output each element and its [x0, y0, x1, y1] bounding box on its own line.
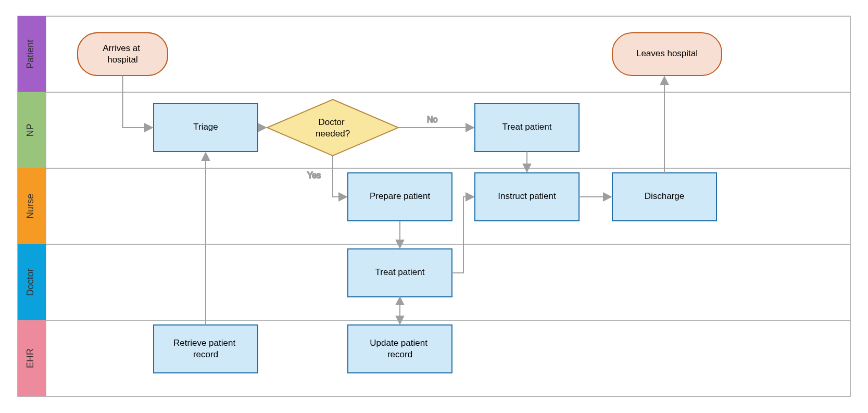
- swimlane-diagram: Patient NP Nurse Doctor EHR Arrives at h…: [0, 0, 868, 413]
- edge-arrives-triage: [123, 76, 153, 128]
- node-update: [348, 325, 452, 373]
- node-triage-label: Triage: [193, 122, 218, 132]
- node-treat-np-label: Treat patient: [502, 122, 552, 132]
- node-treat-doc-label: Treat patient: [375, 267, 425, 277]
- lane-label-doctor: Doctor: [25, 268, 35, 296]
- node-leaves-label: Leaves hospital: [636, 48, 698, 58]
- lane-label-nurse: Nurse: [25, 194, 35, 219]
- lane-label-ehr: EHR: [25, 348, 35, 368]
- edge-label-no: No: [427, 115, 438, 124]
- svg-rect-6: [78, 33, 168, 76]
- lane-label-np: NP: [25, 123, 35, 136]
- edge-decision-yes: [333, 156, 347, 197]
- edge-treatdoc-instruct: [452, 197, 474, 273]
- lane-label-patient: Patient: [25, 40, 35, 69]
- node-instruct-label: Instruct patient: [498, 191, 556, 201]
- node-discharge-label: Discharge: [645, 191, 685, 201]
- edge-label-yes: Yes: [307, 171, 321, 180]
- node-prepare-label: Prepare patient: [370, 191, 431, 201]
- node-doctor-needed: [267, 99, 398, 156]
- node-retrieve: [154, 325, 258, 373]
